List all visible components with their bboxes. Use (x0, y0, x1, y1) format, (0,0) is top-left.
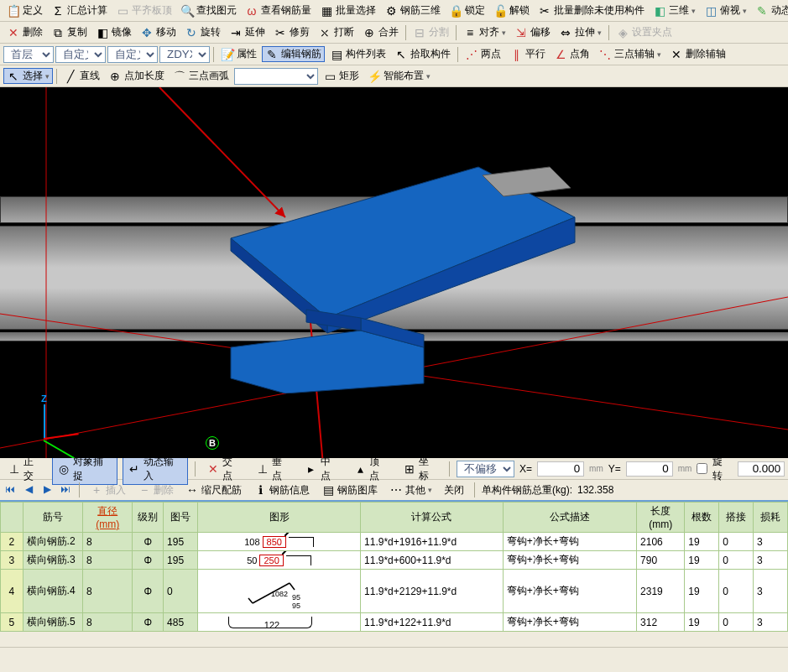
btn-sum[interactable]: Σ汇总计算 (48, 3, 111, 18)
table-row[interactable]: 4 横向钢筋.4 8 Φ 0 1082 95 95 11.9*d+2129+11… (1, 570, 788, 613)
btn-close[interactable]: 关闭 (441, 482, 467, 498)
btn-three-arc[interactable]: ⌒三点画弧 (170, 68, 232, 84)
btn-scale-rebar[interactable]: ↔缩尺配筋 (182, 482, 245, 498)
btn-3d[interactable]: ◧三维▾ (650, 3, 699, 18)
cell-grade[interactable]: Φ (133, 570, 164, 613)
cell-dia[interactable]: 8 (83, 570, 133, 613)
cell-loss[interactable]: 3 (754, 551, 788, 570)
draw-mode-select[interactable] (234, 68, 318, 85)
cell-shape[interactable]: 122 (197, 613, 360, 632)
cell-grade[interactable]: Φ (133, 551, 164, 570)
nav-last[interactable]: ⏭ (59, 483, 72, 497)
cell-grade[interactable]: Φ (133, 533, 164, 551)
cell-no[interactable]: 横向钢筋.5 (23, 613, 83, 632)
nav-next[interactable]: ▶ (40, 483, 54, 497)
cell-dia[interactable]: 8 (83, 551, 133, 570)
cell-grade[interactable]: Φ (133, 613, 164, 632)
btn-copy[interactable]: ⧉复制 (48, 24, 91, 40)
nav-first[interactable]: ⏮ (3, 483, 17, 497)
btn-rebar-info[interactable]: ℹ钢筋信息 (250, 482, 313, 498)
cell-lap[interactable]: 0 (719, 570, 754, 613)
cell-len[interactable]: 790 (637, 551, 685, 570)
col-drw[interactable]: 图号 (164, 503, 198, 533)
cell-desc[interactable]: 弯钩+净长+弯钩 (503, 533, 636, 551)
cell-drw[interactable]: 0 (164, 570, 198, 613)
btn-mirror[interactable]: ◧镜像 (92, 24, 135, 40)
cell-len[interactable]: 312 (637, 613, 685, 632)
cell-lap[interactable]: 0 (719, 551, 754, 570)
cell-formula[interactable]: 11.9*d+122+11.9*d (361, 613, 504, 632)
cell-formula[interactable]: 11.9*d+600+11.9*d (361, 551, 504, 570)
col-grade[interactable]: 级别 (133, 503, 164, 533)
btn-move[interactable]: ✥移动 (137, 24, 180, 40)
cell-drw[interactable]: 485 (164, 613, 198, 632)
btn-align[interactable]: ≡对齐▾ (460, 24, 509, 40)
cell-qty[interactable]: 19 (685, 533, 719, 551)
cell-loss[interactable]: 3 (754, 570, 788, 613)
col-loss[interactable]: 损耗 (754, 503, 788, 533)
cell-idx[interactable]: 5 (1, 613, 23, 632)
btn-pick-member[interactable]: ↖拾取构件 (391, 46, 454, 62)
btn-del-aux[interactable]: ✕删除辅轴 (666, 46, 729, 62)
table-row[interactable]: 5 横向钢筋.5 8 Φ 485 122 11.9*d+122+11.9*d 弯… (1, 613, 788, 632)
cell-shape[interactable]: 108850 (197, 533, 360, 551)
btn-rebar3d[interactable]: ⚙钢筋三维 (381, 3, 444, 18)
cell-dia[interactable]: 8 (83, 613, 133, 632)
btn-stretch[interactable]: ⇔拉伸▾ (556, 24, 605, 40)
cell-lap[interactable]: 0 (719, 613, 754, 632)
offset-mode-select[interactable]: 不偏移 (457, 461, 514, 477)
btn-select[interactable]: ↖选择▾ (3, 68, 53, 84)
cell-desc[interactable]: 弯钩+净长+弯钩 (503, 551, 636, 570)
zdyx-select[interactable]: ZDYX-1 (159, 46, 210, 63)
nav-prev[interactable]: ◀ (22, 483, 35, 497)
btn-unlock[interactable]: 🔓解锁 (490, 3, 533, 18)
btn-merge[interactable]: ⊕合并 (359, 24, 402, 40)
rot-input[interactable] (738, 461, 785, 477)
btn-batch-del[interactable]: ✂批量删除未使用构件 (535, 3, 648, 18)
rot-check[interactable] (697, 463, 707, 474)
cell-no[interactable]: 横向钢筋.4 (23, 570, 83, 613)
cell-idx[interactable]: 3 (1, 551, 23, 570)
viewport-3d[interactable]: Z B (0, 87, 788, 458)
cell-idx[interactable]: 4 (1, 570, 23, 613)
cell-formula[interactable]: 11.9*d+1916+11.9*d (361, 533, 504, 551)
btn-extend[interactable]: ⇥延伸 (226, 24, 269, 40)
cell-drw[interactable]: 195 (164, 533, 198, 551)
btn-attr[interactable]: 📝属性 (217, 46, 260, 62)
floor-select[interactable]: 首层 (3, 46, 54, 63)
cell-desc[interactable]: 弯钩+净长+弯钩 (503, 613, 636, 632)
table-row[interactable]: 2 横向钢筋.2 8 Φ 195 108850 11.9*d+1916+11.9… (1, 533, 788, 551)
col-shape[interactable]: 图形 (197, 503, 360, 533)
custom-select[interactable]: 自定义 (55, 46, 106, 63)
cell-no[interactable]: 横向钢筋.2 (23, 533, 83, 551)
cell-shape[interactable]: 50250 (197, 551, 360, 570)
cell-qty[interactable]: 19 (685, 613, 719, 632)
btn-member-list[interactable]: ▤构件列表 (326, 46, 389, 62)
x-input[interactable] (537, 461, 584, 477)
cell-len[interactable]: 2319 (637, 570, 685, 613)
col-desc[interactable]: 公式描述 (503, 503, 636, 533)
btn-rotate[interactable]: ↻旋转 (181, 24, 224, 40)
btn-parallel[interactable]: ∥平行 (506, 46, 549, 62)
btn-edit-rebar[interactable]: ✎编辑钢筋 (262, 46, 325, 62)
btn-lock[interactable]: 🔒锁定 (446, 3, 488, 18)
btn-view-rebar[interactable]: ω查看钢筋量 (242, 3, 315, 18)
col-len[interactable]: 长度(mm) (637, 503, 685, 533)
cell-shape[interactable]: 1082 95 95 (197, 570, 360, 613)
cell-len[interactable]: 2106 (637, 533, 685, 551)
btn-two-point[interactable]: ⋰两点 (462, 46, 504, 62)
btn-find[interactable]: 🔍查找图元 (177, 3, 240, 18)
cell-qty[interactable]: 19 (685, 551, 719, 570)
cell-formula[interactable]: 11.9*d+2129+11.9*d (361, 570, 504, 613)
col-qty[interactable]: 根数 (685, 503, 719, 533)
rebar-grid[interactable]: 筋号 直径(mm) 级别 图号 图形 计算公式 公式描述 长度(mm) 根数 搭… (0, 500, 788, 647)
cell-loss[interactable]: 3 (754, 613, 788, 632)
btn-add-len[interactable]: ⊕点加长度 (105, 68, 168, 84)
custom-line-select[interactable]: 自定义线 (107, 46, 158, 63)
btn-three-aux[interactable]: ⋱三点辅轴▾ (595, 46, 665, 62)
cell-idx[interactable]: 2 (1, 533, 23, 551)
cell-no[interactable]: 横向钢筋.3 (23, 551, 83, 570)
cell-qty[interactable]: 19 (685, 570, 719, 613)
y-input[interactable] (626, 461, 673, 477)
btn-break[interactable]: ⤬打断 (315, 24, 357, 40)
